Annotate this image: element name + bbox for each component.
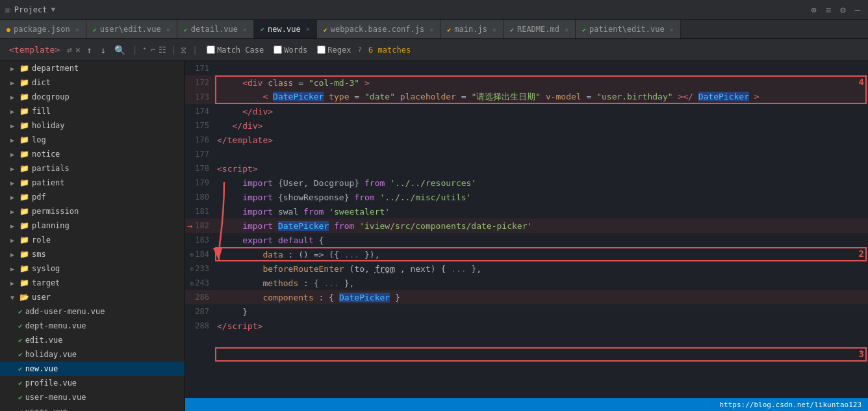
regex-option[interactable]: Regex — [314, 44, 354, 56]
sidebar-item-holiday[interactable]: ✔ holiday.vue — [0, 347, 185, 362]
sidebar-item-add-user-menu[interactable]: ✔ add-user-menu.vue — [0, 304, 185, 319]
folder-label: user — [32, 293, 51, 302]
filter-icon[interactable]: ⧖ — [181, 45, 186, 55]
tab-close-icon[interactable]: ✕ — [565, 26, 568, 33]
code-line-176: 176 </template> — [185, 133, 868, 147]
search-next-icon[interactable]: ↓ — [97, 44, 108, 57]
editor-content[interactable]: 171 172 <div class = "col-md-3" — [185, 61, 868, 398]
arrow-icon: ▼ — [10, 294, 17, 301]
search-sep2: | — [171, 45, 176, 55]
line-number-172: 172 — [185, 78, 214, 87]
title-project-icon: ▣ — [5, 5, 10, 14]
search-sep: | — [133, 45, 138, 55]
sidebar-item-planning[interactable]: ▶ 📁 planning — [0, 219, 185, 233]
sidebar-item-patient[interactable]: ▶ 📁 patient — [0, 176, 185, 190]
close-search-icon[interactable]: ✕ — [75, 45, 81, 55]
tab-label: README.md — [517, 25, 559, 34]
folder-label: role — [32, 235, 51, 245]
tab-package-json[interactable]: ● package.json ✕ — [0, 20, 86, 38]
tab-close-icon[interactable]: ✕ — [75, 26, 79, 33]
regex-help-icon[interactable]: ? — [357, 46, 362, 54]
tab-webpack[interactable]: ✔ webpack.base.conf.js ✕ — [317, 20, 441, 38]
vue-file-icon: ✔ — [18, 379, 23, 388]
title-add-icon[interactable]: ⊕ — [808, 3, 819, 16]
folder-label: target — [32, 278, 60, 287]
match-case-option[interactable]: Match Case — [203, 44, 267, 56]
line-code-288: </script> — [214, 321, 262, 331]
replace-icon[interactable]: ⇄ — [67, 45, 72, 55]
line-code-181: import swal from 'sweetalert' — [214, 207, 390, 217]
tab-readme[interactable]: ✔ README.md ✕ — [504, 20, 576, 38]
code-line-243: ⊕ 243 methods : { ... }, — [185, 276, 868, 290]
title-dropdown-icon[interactable]: ▼ — [51, 5, 55, 14]
line-code-182: import DatePicker from 'iview/src/compon… — [214, 221, 532, 231]
tab-close-icon[interactable]: ✕ — [166, 26, 170, 33]
sidebar-item-pdf[interactable]: ▶ 📁 pdf — [0, 190, 185, 204]
tab-close-icon[interactable]: ✕ — [670, 26, 674, 33]
arrow-icon: ▶ — [10, 65, 17, 72]
line-number-286: 286 — [185, 293, 214, 302]
vue-file-icon: ✔ — [18, 408, 23, 412]
title-list-icon[interactable]: ≡ — [823, 3, 834, 16]
sidebar-item-user-menu[interactable]: ✔ user-menu.vue — [0, 390, 185, 404]
matches-count: 6 matches — [368, 46, 411, 55]
sidebar-item-role[interactable]: ▶ 📁 role — [0, 233, 185, 247]
match-case-checkbox[interactable] — [207, 46, 215, 54]
title-project-label: Project — [14, 5, 47, 14]
vue-file-icon: ✔ — [18, 308, 23, 316]
file-label: new.vue — [25, 364, 58, 373]
sidebar-item-user[interactable]: ▼ 📂 user — [0, 290, 185, 304]
tab-close-icon[interactable]: ✕ — [429, 26, 433, 33]
line-code-233: beforeRouteEnter (to, from , next) { ...… — [214, 264, 481, 274]
sidebar-item-partials[interactable]: ▶ 📁 partials — [0, 161, 185, 176]
search-icon4: ☷ — [159, 45, 166, 55]
sidebar-item-dept-menu[interactable]: ✔ dept-menu.vue — [0, 319, 185, 333]
sidebar-item-new-vue[interactable]: ✔ new.vue — [0, 362, 185, 376]
folder-label: dict — [32, 78, 51, 87]
folder-icon: 📁 — [19, 135, 29, 144]
regex-checkbox[interactable] — [317, 46, 326, 54]
sidebar-item-syslog[interactable]: ▶ 📁 syslog — [0, 261, 185, 276]
sidebar-item-users[interactable]: ✔ users.vue — [0, 404, 185, 411]
sidebar-item-holiday[interactable]: ▶ 📁 holiday — [0, 118, 185, 133]
sidebar-item-docgroup[interactable]: ▶ 📁 docgroup — [0, 90, 185, 104]
tab-close-icon[interactable]: ✕ — [243, 26, 247, 33]
tab-new-vue[interactable]: ✔ new.vue ✕ — [254, 20, 317, 38]
sidebar-item-sms[interactable]: ▶ 📁 sms — [0, 247, 185, 261]
tab-vue-icon: ✔ — [93, 26, 97, 33]
line-number-288: 288 — [185, 321, 214, 330]
tab-detail[interactable]: ✔ detail.vue ✕ — [177, 20, 254, 38]
arrow-icon: ▶ — [10, 79, 17, 86]
tab-patient-edit[interactable]: ✔ patient\edit.vue ✕ — [576, 20, 681, 38]
search-find-icon[interactable]: 🔍 — [112, 44, 128, 57]
title-settings-icon[interactable]: ⚙ — [837, 3, 848, 16]
sidebar-item-department[interactable]: ▶ 📁 department — [0, 61, 185, 75]
words-checkbox[interactable] — [274, 46, 282, 54]
folder-icon: 📁 — [19, 92, 29, 101]
sidebar-item-edit[interactable]: ✔ edit.vue — [0, 333, 185, 347]
arrow-icon: ▶ — [10, 222, 17, 230]
tab-user-edit[interactable]: ✔ user\edit.vue ✕ — [86, 20, 177, 38]
folder-label: department — [32, 64, 79, 73]
sidebar-item-notice[interactable]: ▶ 📁 notice — [0, 147, 185, 161]
tab-vue-icon: ✔ — [184, 26, 188, 33]
line-code-184: data : () => ({ ... }), — [214, 250, 380, 259]
code-line-178: 178 <script> — [185, 161, 868, 176]
file-label: add-user-menu.vue — [25, 307, 105, 316]
arrow-icon: ▶ — [10, 179, 17, 187]
sidebar-item-log[interactable]: ▶ 📁 log — [0, 133, 185, 147]
title-minimize-icon[interactable]: — — [852, 3, 863, 16]
search-prev-icon[interactable]: ↑ — [84, 44, 94, 57]
words-option[interactable]: Words — [270, 44, 311, 56]
tab-close-icon[interactable]: ✕ — [492, 26, 496, 33]
tab-label: detail.vue — [191, 25, 238, 34]
tab-close-icon[interactable]: ✕ — [306, 25, 310, 33]
sidebar-item-permission[interactable]: ▶ 📁 permission — [0, 204, 185, 219]
sidebar-item-fill[interactable]: ▶ 📁 fill — [0, 104, 185, 118]
sidebar-item-target[interactable]: ▶ 📁 target — [0, 276, 185, 290]
search-sep3: | — [192, 45, 198, 55]
sidebar-item-dict[interactable]: ▶ 📁 dict — [0, 75, 185, 90]
tab-main-js[interactable]: ✔ main.js ✕ — [440, 20, 504, 38]
sidebar-item-profile[interactable]: ✔ profile.vue — [0, 376, 185, 390]
arrow-icon: ▶ — [10, 151, 17, 158]
